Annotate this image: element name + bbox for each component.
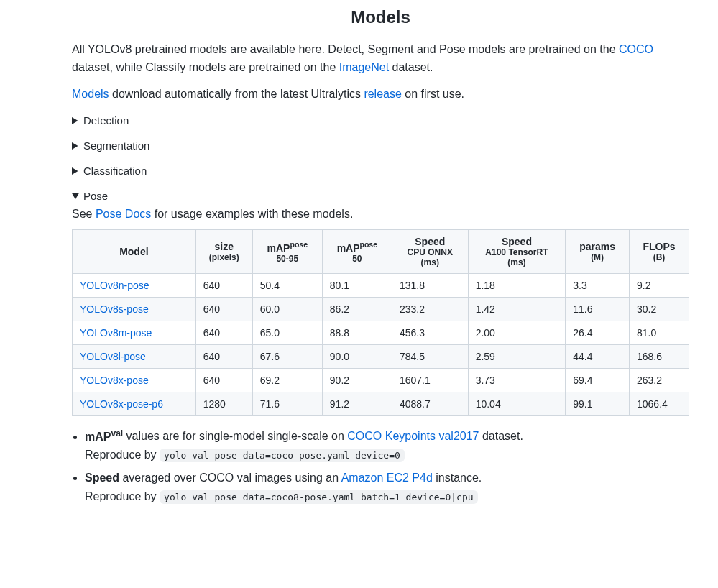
cell-speed-a100: 1.18	[468, 274, 566, 298]
intro-paragraph: All YOLOv8 pretrained models are availab…	[72, 41, 689, 77]
model-link[interactable]: YOLOv8n-pose	[80, 280, 149, 291]
th-speed-a100: Speed A100 TensorRT (ms)	[468, 230, 566, 274]
note-map: mAPval values are for single-model singl…	[85, 426, 689, 464]
th-model: Model	[73, 230, 196, 274]
download-text: download automatically from the latest U…	[109, 88, 364, 100]
th-size: size (pixels)	[195, 230, 252, 274]
cell-speed-a100: 1.42	[468, 298, 566, 321]
note-map-text: values are for single-model single-scale…	[123, 431, 347, 443]
coco-link[interactable]: COCO	[619, 43, 653, 55]
note-speed-text: averaged over COCO val images using an	[119, 472, 341, 484]
th-map2-sub: 50	[330, 254, 385, 264]
cell-speed-cpu: 784.5	[392, 345, 468, 369]
intro-text: All YOLOv8 pretrained models are availab…	[72, 43, 619, 55]
download-paragraph: Models download automatically from the l…	[72, 86, 689, 104]
detection-section[interactable]: Detection	[72, 111, 689, 129]
models-link[interactable]: Models	[72, 88, 109, 100]
pose-docs-link[interactable]: Pose Docs	[96, 208, 151, 220]
imagenet-link[interactable]: ImageNet	[339, 61, 389, 73]
table-row: YOLOv8n-pose64050.480.1131.81.183.39.2	[73, 274, 689, 298]
cell-size: 1280	[195, 392, 252, 416]
segmentation-summary[interactable]: Segmentation	[72, 137, 689, 155]
cell-size: 640	[195, 345, 252, 369]
cell-map2: 88.8	[322, 321, 392, 345]
cell-flops: 9.2	[630, 274, 689, 298]
cell-size: 640	[195, 321, 252, 345]
pose-summary[interactable]: Pose	[72, 187, 689, 205]
th-params: params (M)	[566, 230, 630, 274]
cell-params: 99.1	[566, 392, 630, 416]
cell-params: 3.3	[566, 274, 630, 298]
model-link[interactable]: YOLOv8s-pose	[80, 303, 149, 315]
th-map-50-95: mAPpose 50-95	[252, 230, 322, 274]
cell-map1: 50.4	[252, 274, 322, 298]
pose-section[interactable]: Pose See Pose Docs for usage examples wi…	[72, 187, 689, 505]
model-link[interactable]: YOLOv8x-pose	[80, 375, 149, 386]
th-speed1-sub2: (ms)	[400, 257, 461, 267]
cell-flops: 30.2	[630, 298, 689, 321]
pose-desc-text: for usage examples with these models.	[151, 208, 353, 220]
reproduce-code-speed: yolo val pose data=coco8-pose.yaml batch…	[160, 490, 477, 504]
th-map1-label: mAP	[267, 242, 290, 254]
reproduce-code-map: yolo val pose data=coco-pose.yaml device…	[160, 449, 405, 462]
reproduce-label: Reproduce by	[85, 449, 160, 461]
th-map1-sup: pose	[290, 240, 308, 249]
cell-flops: 81.0	[630, 321, 689, 345]
th-map1-sub: 50-95	[260, 254, 315, 264]
ec2-p4d-link[interactable]: Amazon EC2 P4d	[341, 472, 433, 484]
note-speed: Speed averaged over COCO val images usin…	[85, 469, 689, 505]
cell-speed-cpu: 456.3	[392, 321, 468, 345]
th-size-label: size	[214, 241, 233, 252]
notes-list: mAPval values are for single-model singl…	[85, 426, 689, 505]
th-map2-sup: pose	[360, 240, 378, 249]
cell-params: 26.4	[566, 321, 630, 345]
table-header-row: Model size (pixels) mAPpose 50-95 mAPpos…	[73, 230, 689, 274]
model-link[interactable]: YOLOv8x-pose-p6	[80, 398, 163, 410]
model-link[interactable]: YOLOv8l-pose	[80, 351, 146, 362]
table-row: YOLOv8s-pose64060.086.2233.21.4211.630.2	[73, 298, 689, 321]
cell-speed-cpu: 233.2	[392, 298, 468, 321]
note-map-bold: mAP	[85, 431, 111, 443]
table-row: YOLOv8x-pose-p6128071.691.24088.710.0499…	[73, 392, 689, 416]
cell-speed-a100: 2.00	[468, 321, 566, 345]
th-speed1-sub1: CPU ONNX	[400, 247, 461, 257]
note-map-text2: dataset.	[479, 431, 523, 443]
coco-keypoints-link[interactable]: COCO Keypoints val2017	[347, 431, 479, 443]
th-flops-label: FLOPs	[643, 241, 675, 252]
segmentation-section[interactable]: Segmentation	[72, 137, 689, 155]
cell-map2: 90.0	[322, 345, 392, 369]
release-link[interactable]: release	[364, 88, 401, 100]
table-row: YOLOv8m-pose64065.088.8456.32.0026.481.0	[73, 321, 689, 345]
cell-map2: 86.2	[322, 298, 392, 321]
cell-flops: 263.2	[630, 369, 689, 392]
cell-flops: 1066.4	[630, 392, 689, 416]
readme-content: Models All YOLOv8 pretrained models are …	[0, 7, 718, 541]
cell-speed-a100: 2.59	[468, 345, 566, 369]
download-text: on first use.	[402, 88, 464, 100]
cell-params: 44.4	[566, 345, 630, 369]
cell-map2: 90.2	[322, 369, 392, 392]
table-row: YOLOv8x-pose64069.290.21607.13.7369.4263…	[73, 369, 689, 392]
cell-speed-cpu: 4088.7	[392, 392, 468, 416]
intro-text: dataset, while Classify models are pretr…	[72, 61, 339, 73]
cell-flops: 168.6	[630, 345, 689, 369]
cell-params: 69.4	[566, 369, 630, 392]
cell-map2: 91.2	[322, 392, 392, 416]
cell-size: 640	[195, 369, 252, 392]
cell-map1: 65.0	[252, 321, 322, 345]
pose-models-table: Model size (pixels) mAPpose 50-95 mAPpos…	[72, 229, 689, 416]
th-speed2-sub1: A100 TensorRT	[476, 247, 558, 257]
pose-description: See Pose Docs for usage examples with th…	[72, 208, 689, 221]
cell-map1: 67.6	[252, 345, 322, 369]
note-map-sup: val	[111, 428, 123, 438]
model-link[interactable]: YOLOv8m-pose	[80, 327, 152, 339]
cell-speed-a100: 10.04	[468, 392, 566, 416]
classification-section[interactable]: Classification	[72, 162, 689, 180]
detection-summary[interactable]: Detection	[72, 111, 689, 129]
classification-summary[interactable]: Classification	[72, 162, 689, 180]
th-speed1-label: Speed	[415, 236, 445, 247]
note-speed-bold: Speed	[85, 472, 119, 484]
th-speed-cpu: Speed CPU ONNX (ms)	[392, 230, 468, 274]
cell-map1: 71.6	[252, 392, 322, 416]
th-flops-sub: (B)	[637, 252, 681, 262]
